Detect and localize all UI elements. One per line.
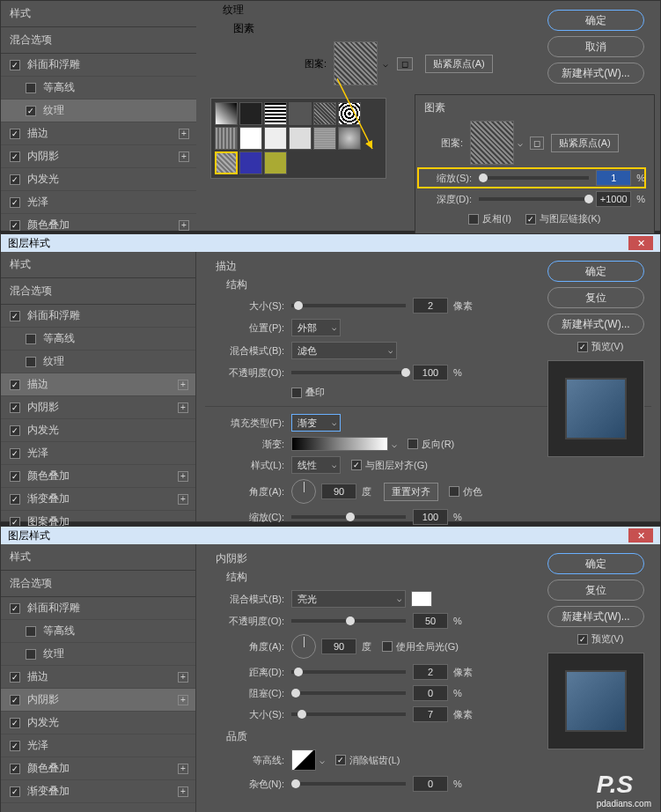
- snap-origin-button[interactable]: 贴紧原点(A): [425, 55, 493, 73]
- checkbox-icon[interactable]: [26, 649, 36, 660]
- plus-icon[interactable]: +: [178, 764, 188, 774]
- reset-align-button[interactable]: 重置对齐: [384, 483, 438, 501]
- opacity-slider[interactable]: [291, 371, 406, 374]
- depth-input[interactable]: [596, 191, 631, 207]
- ok-button[interactable]: 确定: [547, 10, 644, 31]
- checkbox-icon[interactable]: [10, 448, 20, 459]
- style-item-描边[interactable]: 描边+: [1, 122, 196, 145]
- style-item-光泽[interactable]: 光泽: [1, 442, 195, 465]
- invert-checkbox[interactable]: 反相(I): [468, 212, 510, 225]
- plus-icon[interactable]: +: [179, 220, 189, 231]
- style-item-内阴影[interactable]: 内阴影+: [1, 689, 195, 712]
- style-item-光泽[interactable]: 光泽: [1, 191, 196, 214]
- style-item-纹理[interactable]: 纹理: [1, 100, 196, 122]
- checkbox-icon[interactable]: [10, 311, 20, 321]
- checkbox-icon[interactable]: [10, 60, 20, 70]
- reverse-checkbox[interactable]: 反向(R): [408, 438, 454, 451]
- checkbox-icon[interactable]: [10, 741, 20, 751]
- style-item-等高线[interactable]: 等高线: [1, 328, 195, 351]
- dropdown-icon[interactable]: ⌵: [383, 59, 388, 69]
- checkbox-icon[interactable]: [10, 402, 20, 413]
- scale-input[interactable]: [596, 170, 631, 186]
- scale-slider[interactable]: [479, 176, 589, 180]
- style-item-渐变叠加[interactable]: 渐变叠加+: [1, 488, 195, 511]
- gradstyle-dropdown[interactable]: 线性: [291, 456, 341, 474]
- blending-options[interactable]: 混合选项: [1, 278, 195, 305]
- pattern-selected[interactable]: [215, 151, 238, 174]
- blending-options[interactable]: 混合选项: [1, 27, 196, 54]
- style-item-等高线[interactable]: 等高线: [1, 620, 195, 643]
- checkbox-icon[interactable]: [10, 672, 20, 683]
- style-item-内发光[interactable]: 内发光: [1, 712, 195, 734]
- size-slider[interactable]: [291, 712, 406, 716]
- depth-slider[interactable]: [479, 197, 589, 201]
- color-swatch[interactable]: [411, 591, 432, 607]
- style-item-颜色叠加[interactable]: 颜色叠加+: [1, 757, 195, 780]
- plus-icon[interactable]: +: [179, 151, 189, 162]
- angle-dial[interactable]: [291, 479, 316, 504]
- style-item-颜色叠加[interactable]: 颜色叠加+: [1, 465, 195, 488]
- opacity-input[interactable]: [413, 365, 448, 380]
- plus-icon[interactable]: +: [178, 786, 188, 797]
- style-item-渐变叠加[interactable]: 渐变叠加+: [1, 780, 195, 803]
- preview-checkbox[interactable]: 预览(V): [547, 632, 653, 646]
- style-item-内阴影[interactable]: 内阴影+: [1, 396, 195, 419]
- style-item-等高线[interactable]: 等高线: [1, 77, 196, 100]
- dropdown-icon[interactable]: ⌵: [518, 138, 523, 148]
- style-item-内发光[interactable]: 内发光: [1, 419, 195, 442]
- plus-icon[interactable]: +: [178, 471, 188, 482]
- style-item-描边[interactable]: 描边+: [1, 373, 195, 396]
- checkbox-icon[interactable]: [26, 357, 36, 367]
- use-global-light-checkbox[interactable]: 使用全局光(G): [382, 640, 459, 653]
- pattern-picker[interactable]: [210, 98, 386, 179]
- checkbox-icon[interactable]: [10, 764, 20, 774]
- distance-input[interactable]: [413, 664, 448, 680]
- close-icon[interactable]: ✕: [628, 236, 653, 250]
- contour-picker[interactable]: [291, 749, 316, 771]
- snap-origin-button[interactable]: 贴紧原点(A): [551, 134, 619, 152]
- blendmode-dropdown[interactable]: 滤色: [291, 342, 397, 359]
- plus-icon[interactable]: +: [178, 695, 188, 705]
- overprint-checkbox[interactable]: 叠印: [291, 386, 325, 399]
- dropdown-icon[interactable]: ⌵: [319, 756, 325, 765]
- size-slider[interactable]: [291, 304, 406, 307]
- scale-input[interactable]: [413, 509, 448, 525]
- new-style-button[interactable]: 新建样式(W)...: [547, 63, 644, 84]
- blending-options[interactable]: 混合选项: [1, 571, 195, 597]
- opacity-input[interactable]: [413, 613, 448, 629]
- align-layer-checkbox[interactable]: 与图层对齐(G): [351, 459, 428, 472]
- noise-slider[interactable]: [291, 782, 406, 786]
- checkbox-icon[interactable]: [10, 786, 20, 797]
- filltype-dropdown[interactable]: 渐变: [291, 414, 341, 432]
- checkbox-icon[interactable]: [10, 151, 20, 162]
- checkbox-icon[interactable]: [26, 626, 36, 637]
- reset-button[interactable]: 复位: [547, 579, 644, 601]
- plus-icon[interactable]: +: [179, 129, 189, 139]
- reset-button[interactable]: 复位: [547, 287, 644, 308]
- checkbox-icon[interactable]: [26, 83, 36, 93]
- pattern-thumbnail[interactable]: [334, 41, 378, 85]
- checkbox-icon[interactable]: [10, 471, 20, 482]
- gradient-picker[interactable]: [291, 437, 388, 451]
- angle-input[interactable]: [321, 484, 356, 499]
- checkbox-icon[interactable]: [10, 380, 20, 390]
- checkbox-icon[interactable]: [26, 334, 36, 344]
- popup-pattern-thumb[interactable]: [470, 121, 514, 165]
- distance-slider[interactable]: [291, 670, 406, 674]
- plus-icon[interactable]: +: [178, 380, 188, 390]
- checkbox-icon[interactable]: [10, 718, 20, 728]
- style-item-纹理[interactable]: 纹理: [1, 351, 195, 373]
- checkbox-icon[interactable]: [10, 603, 20, 614]
- checkbox-icon[interactable]: [10, 174, 20, 185]
- angle-input[interactable]: [321, 639, 356, 654]
- dropdown-icon[interactable]: ⌵: [392, 439, 397, 449]
- plus-icon[interactable]: +: [178, 402, 188, 413]
- blendmode-dropdown[interactable]: 亮光: [291, 590, 406, 608]
- angle-dial[interactable]: [291, 634, 316, 659]
- size-input[interactable]: [413, 298, 448, 314]
- noise-input[interactable]: [413, 776, 448, 792]
- checkbox-icon[interactable]: [26, 106, 36, 116]
- style-item-描边[interactable]: 描边+: [1, 666, 195, 689]
- style-item-纹理[interactable]: 纹理: [1, 643, 195, 666]
- new-preset-icon[interactable]: ◻: [397, 57, 413, 70]
